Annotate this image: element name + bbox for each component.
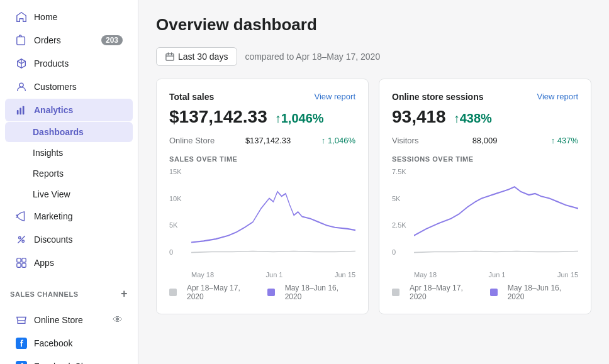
total-sales-view-report[interactable]: View report xyxy=(314,92,355,101)
svg-point-1 xyxy=(20,83,23,87)
total-sales-x-labels: May 18Jun 1Jun 15 xyxy=(169,271,355,279)
sidebar-item-online-store[interactable]: Online Store 👁 xyxy=(5,309,133,331)
facebook-icon xyxy=(15,337,28,350)
sidebar-item-apps[interactable]: Apps xyxy=(5,251,133,274)
eye-icon[interactable]: 👁 xyxy=(113,314,123,326)
svg-rect-4 xyxy=(23,106,25,115)
sales-channels-header: SALES CHANNELS + xyxy=(0,280,138,303)
sessions-header: Online store sessions View report xyxy=(392,92,578,102)
sidebar-item-insights[interactable]: Insights xyxy=(5,143,133,163)
sidebar-item-dashboards-label: Dashboards xyxy=(33,127,123,137)
sidebar-item-customers-label: Customers xyxy=(34,82,123,92)
svg-rect-3 xyxy=(20,108,21,114)
analytics-icon xyxy=(15,104,28,116)
page-title: Overview dashboard xyxy=(156,15,591,35)
orders-badge: 203 xyxy=(101,35,123,45)
apps-icon xyxy=(15,256,28,269)
sessions-card: Online store sessions View report 93,418… xyxy=(379,79,591,314)
sidebar-item-home-label: Home xyxy=(34,12,123,22)
compare-text: compared to Apr 18–May 17, 2020 xyxy=(245,52,380,62)
sidebar-item-discounts[interactable]: Discounts xyxy=(5,228,133,251)
sessions-title: Online store sessions xyxy=(392,92,484,102)
total-sales-metric-value: $137,142.33 xyxy=(245,136,291,145)
sidebar-item-liveview[interactable]: Live View xyxy=(5,184,133,204)
sidebar-item-facebook-shop-label: Facebook Shop xyxy=(34,361,123,364)
sessions-metric-row: Visitors 88,009 ↑ 437% xyxy=(392,136,578,145)
sidebar-item-insights-label: Insights xyxy=(33,148,123,158)
sessions-change: ↑438% xyxy=(454,111,492,126)
main-content: Overview dashboard Last 30 days compared… xyxy=(138,0,609,364)
sidebar-item-facebook-label: Facebook xyxy=(34,338,123,348)
sidebar-item-online-store-label: Online Store xyxy=(34,315,106,325)
sidebar: Home Orders 203 Products Customers xyxy=(0,0,138,364)
total-sales-metric-change: ↑ 1,046% xyxy=(321,136,355,145)
sidebar-item-dashboards[interactable]: Dashboards xyxy=(5,122,133,142)
svg-rect-10 xyxy=(22,263,26,267)
sessions-x-labels: May 18Jun 1Jun 15 xyxy=(392,271,578,279)
svg-rect-17 xyxy=(166,54,174,61)
total-sales-chart-title: SALES OVER TIME xyxy=(169,155,355,163)
sidebar-item-apps-label: Apps xyxy=(34,258,123,268)
sidebar-item-home[interactable]: Home xyxy=(5,6,133,28)
svg-rect-7 xyxy=(17,258,21,262)
sidebar-item-analytics[interactable]: Analytics xyxy=(5,99,133,121)
sessions-legend: Apr 18–May 17, 2020 May 18–Jun 16, 2020 xyxy=(392,284,578,301)
marketing-icon xyxy=(15,210,28,223)
store-icon xyxy=(15,314,28,326)
add-sales-channel-button[interactable]: + xyxy=(121,287,128,301)
sessions-value: 93,418 xyxy=(392,107,446,127)
customers-icon xyxy=(15,80,28,93)
products-icon xyxy=(15,57,28,70)
sessions-y-labels: 7.5K5K2.5K0 xyxy=(392,168,414,256)
sessions-view-report[interactable]: View report xyxy=(537,92,578,101)
total-sales-metric-label: Online Store xyxy=(169,136,215,145)
sidebar-item-liveview-label: Live View xyxy=(33,189,123,199)
legend-purple-dot xyxy=(267,289,275,296)
total-sales-card: Total sales View report $137,142.33 ↑1,0… xyxy=(156,79,369,314)
date-range-label: Last 30 days xyxy=(178,52,228,62)
sessions-chart-title: SESSIONS OVER TIME xyxy=(392,155,578,163)
sessions-legend-purple-dot xyxy=(490,289,498,296)
orders-icon xyxy=(15,34,28,47)
total-sales-legend: Apr 18–May 17, 2020 May 18–Jun 16, 2020 xyxy=(169,284,355,301)
total-sales-chart-canvas xyxy=(191,168,355,256)
sidebar-item-products-label: Products xyxy=(34,58,123,69)
legend-purple-label: May 18–Jun 16, 2020 xyxy=(285,284,355,301)
svg-rect-9 xyxy=(17,263,21,267)
sidebar-item-customers[interactable]: Customers xyxy=(5,75,133,98)
svg-point-5 xyxy=(19,237,21,240)
sessions-legend-gray-label: Apr 18–May 17, 2020 xyxy=(410,284,480,301)
sidebar-item-analytics-label: Analytics xyxy=(34,105,123,115)
total-sales-y-labels: 15K10K5K0 xyxy=(169,168,191,256)
total-sales-header: Total sales View report xyxy=(169,92,355,102)
sessions-legend-purple-label: May 18–Jun 16, 2020 xyxy=(508,284,578,301)
sessions-chart-canvas xyxy=(414,168,578,256)
sidebar-item-facebook[interactable]: Facebook xyxy=(5,332,133,355)
discounts-icon xyxy=(15,233,28,246)
home-icon xyxy=(15,11,28,23)
total-sales-chart: 15K10K5K0 xyxy=(169,168,355,268)
total-sales-title: Total sales xyxy=(169,92,214,102)
sidebar-item-facebook-shop[interactable]: Facebook Shop xyxy=(5,355,133,364)
date-range-button[interactable]: Last 30 days xyxy=(156,47,237,66)
sidebar-item-reports[interactable]: Reports xyxy=(5,163,133,184)
svg-rect-2 xyxy=(17,110,19,114)
sidebar-item-discounts-label: Discounts xyxy=(34,234,123,245)
total-sales-change: ↑1,046% xyxy=(275,111,324,126)
sidebar-item-marketing[interactable]: Marketing xyxy=(5,205,133,228)
svg-rect-8 xyxy=(22,258,26,262)
sidebar-item-marketing-label: Marketing xyxy=(34,211,123,221)
sidebar-item-products[interactable]: Products xyxy=(5,52,133,75)
sessions-metric-value: 88,009 xyxy=(472,136,498,145)
legend-gray-dot xyxy=(169,289,177,296)
sessions-legend-gray-dot xyxy=(392,289,399,296)
total-sales-metric-row: Online Store $137,142.33 ↑ 1,046% xyxy=(169,136,355,145)
sidebar-item-reports-label: Reports xyxy=(33,168,123,179)
cards-row: Total sales View report $137,142.33 ↑1,0… xyxy=(156,79,591,314)
date-filter-bar: Last 30 days compared to Apr 18–May 17, … xyxy=(156,47,591,66)
sidebar-item-orders[interactable]: Orders 203 xyxy=(5,29,133,52)
sessions-metric-change: ↑ 437% xyxy=(551,136,578,145)
legend-gray-label: Apr 18–May 17, 2020 xyxy=(187,284,257,301)
calendar-icon xyxy=(165,52,174,61)
svg-rect-0 xyxy=(17,37,25,45)
